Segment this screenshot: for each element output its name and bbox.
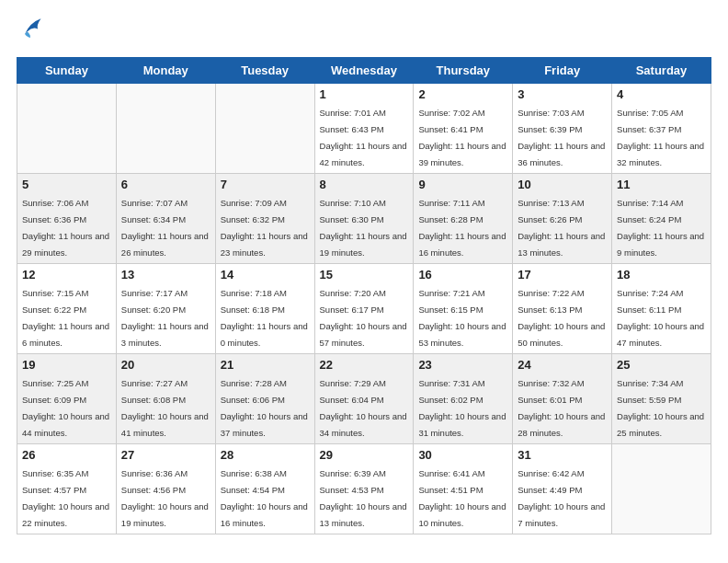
col-sunday: Sunday (17, 58, 117, 84)
day-number: 17 (518, 268, 607, 282)
day-number: 25 (617, 358, 706, 372)
day-info: Sunrise: 7:27 AMSunset: 6:08 PMDaylight:… (121, 378, 209, 438)
day-number: 7 (221, 178, 310, 191)
table-row: 16 Sunrise: 7:21 AMSunset: 6:15 PMDaylig… (414, 264, 513, 354)
table-row: 28 Sunrise: 6:38 AMSunset: 4:54 PMDaylig… (215, 444, 314, 534)
table-row: 13 Sunrise: 7:17 AMSunset: 6:20 PMDaylig… (116, 264, 215, 354)
page: Sunday Monday Tuesday Wednesday Thursday… (0, 0, 728, 546)
day-info: Sunrise: 6:42 AMSunset: 4:49 PMDaylight:… (518, 468, 605, 528)
table-row: 30 Sunrise: 6:41 AMSunset: 4:51 PMDaylig… (414, 444, 513, 534)
day-info: Sunrise: 7:32 AMSunset: 6:01 PMDaylight:… (518, 378, 605, 438)
day-number: 3 (518, 87, 607, 101)
day-info: Sunrise: 7:25 AMSunset: 6:09 PMDaylight:… (22, 378, 109, 438)
table-row: 1 Sunrise: 7:01 AMSunset: 6:43 PMDayligh… (314, 84, 414, 174)
day-info: Sunrise: 7:20 AMSunset: 6:17 PMDaylight:… (320, 288, 407, 348)
table-row: 9 Sunrise: 7:11 AMSunset: 6:28 PMDayligh… (414, 174, 513, 264)
day-number: 22 (320, 358, 409, 372)
table-row: 12 Sunrise: 7:15 AMSunset: 6:22 PMDaylig… (17, 264, 117, 354)
day-info: Sunrise: 6:36 AMSunset: 4:56 PMDaylight:… (121, 468, 209, 528)
day-number: 18 (617, 268, 706, 282)
day-number: 1 (320, 87, 409, 101)
day-info: Sunrise: 7:28 AMSunset: 6:06 PMDaylight:… (221, 378, 308, 438)
day-info: Sunrise: 7:21 AMSunset: 6:15 PMDaylight:… (418, 288, 506, 348)
day-number: 24 (518, 358, 607, 372)
day-info: Sunrise: 7:03 AMSunset: 6:39 PMDaylight:… (518, 108, 605, 167)
col-wednesday: Wednesday (314, 58, 414, 84)
table-row (612, 444, 711, 534)
day-number: 4 (617, 87, 706, 101)
day-number: 31 (518, 448, 607, 462)
table-row: 4 Sunrise: 7:05 AMSunset: 6:37 PMDayligh… (612, 84, 711, 174)
table-row: 20 Sunrise: 7:27 AMSunset: 6:08 PMDaylig… (116, 354, 215, 444)
table-row: 5 Sunrise: 7:06 AMSunset: 6:36 PMDayligh… (17, 174, 117, 264)
day-info: Sunrise: 7:06 AMSunset: 6:36 PMDaylight:… (22, 198, 109, 258)
table-row: 26 Sunrise: 6:35 AMSunset: 4:57 PMDaylig… (17, 444, 117, 534)
col-tuesday: Tuesday (215, 58, 314, 84)
day-number: 8 (320, 178, 409, 191)
day-number: 10 (518, 178, 607, 191)
day-number: 9 (418, 178, 507, 191)
table-row: 23 Sunrise: 7:31 AMSunset: 6:02 PMDaylig… (414, 354, 513, 444)
day-number: 28 (221, 448, 310, 462)
table-row: 29 Sunrise: 6:39 AMSunset: 4:53 PMDaylig… (314, 444, 414, 534)
table-row: 18 Sunrise: 7:24 AMSunset: 6:11 PMDaylig… (612, 264, 711, 354)
calendar-table: Sunday Monday Tuesday Wednesday Thursday… (17, 57, 711, 534)
day-info: Sunrise: 7:18 AMSunset: 6:18 PMDaylight:… (221, 288, 308, 348)
day-number: 11 (617, 178, 706, 191)
day-info: Sunrise: 7:15 AMSunset: 6:22 PMDaylight:… (22, 288, 109, 348)
day-number: 12 (22, 268, 111, 282)
table-row: 14 Sunrise: 7:18 AMSunset: 6:18 PMDaylig… (215, 264, 314, 354)
table-row: 31 Sunrise: 6:42 AMSunset: 4:49 PMDaylig… (513, 444, 612, 534)
table-row: 6 Sunrise: 7:07 AMSunset: 6:34 PMDayligh… (116, 174, 215, 264)
table-row: 7 Sunrise: 7:09 AMSunset: 6:32 PMDayligh… (215, 174, 314, 264)
day-info: Sunrise: 6:41 AMSunset: 4:51 PMDaylight:… (418, 468, 506, 528)
table-row: 8 Sunrise: 7:10 AMSunset: 6:30 PMDayligh… (314, 174, 414, 264)
day-number: 19 (22, 358, 111, 372)
day-number: 16 (418, 268, 507, 282)
day-info: Sunrise: 7:34 AMSunset: 5:59 PMDaylight:… (617, 378, 704, 438)
table-row: 15 Sunrise: 7:20 AMSunset: 6:17 PMDaylig… (314, 264, 414, 354)
day-info: Sunrise: 7:13 AMSunset: 6:26 PMDaylight:… (518, 198, 605, 258)
day-number: 6 (121, 178, 210, 191)
day-info: Sunrise: 7:14 AMSunset: 6:24 PMDaylight:… (617, 198, 704, 258)
table-row: 25 Sunrise: 7:34 AMSunset: 5:59 PMDaylig… (612, 354, 711, 444)
calendar-week-row: 19 Sunrise: 7:25 AMSunset: 6:09 PMDaylig… (17, 354, 711, 444)
day-info: Sunrise: 7:10 AMSunset: 6:30 PMDaylight:… (320, 198, 407, 258)
day-info: Sunrise: 6:38 AMSunset: 4:54 PMDaylight:… (221, 468, 308, 528)
day-number: 26 (22, 448, 111, 462)
table-row: 11 Sunrise: 7:14 AMSunset: 6:24 PMDaylig… (612, 174, 711, 264)
day-info: Sunrise: 7:22 AMSunset: 6:13 PMDaylight:… (518, 288, 605, 348)
day-number: 14 (221, 268, 310, 282)
table-row: 24 Sunrise: 7:32 AMSunset: 6:01 PMDaylig… (513, 354, 612, 444)
header (17, 17, 711, 44)
day-info: Sunrise: 7:07 AMSunset: 6:34 PMDaylight:… (121, 198, 209, 258)
table-row: 27 Sunrise: 6:36 AMSunset: 4:56 PMDaylig… (116, 444, 215, 534)
day-info: Sunrise: 7:24 AMSunset: 6:11 PMDaylight:… (617, 288, 704, 348)
day-info: Sunrise: 7:02 AMSunset: 6:41 PMDaylight:… (418, 108, 506, 167)
day-info: Sunrise: 7:29 AMSunset: 6:04 PMDaylight:… (320, 378, 407, 438)
table-row: 19 Sunrise: 7:25 AMSunset: 6:09 PMDaylig… (17, 354, 117, 444)
table-row: 21 Sunrise: 7:28 AMSunset: 6:06 PMDaylig… (215, 354, 314, 444)
logo (17, 17, 44, 44)
col-saturday: Saturday (612, 58, 711, 84)
day-info: Sunrise: 7:05 AMSunset: 6:37 PMDaylight:… (617, 108, 704, 167)
logo-bird-icon (18, 15, 44, 40)
col-friday: Friday (513, 58, 612, 84)
day-number: 20 (121, 358, 210, 372)
day-number: 5 (22, 178, 111, 191)
day-info: Sunrise: 7:11 AMSunset: 6:28 PMDaylight:… (418, 198, 506, 258)
day-info: Sunrise: 7:17 AMSunset: 6:20 PMDaylight:… (121, 288, 209, 348)
day-number: 23 (418, 358, 507, 372)
day-info: Sunrise: 6:39 AMSunset: 4:53 PMDaylight:… (320, 468, 407, 528)
calendar-week-row: 26 Sunrise: 6:35 AMSunset: 4:57 PMDaylig… (17, 444, 711, 534)
day-number: 30 (418, 448, 507, 462)
day-number: 27 (121, 448, 210, 462)
calendar-header-row: Sunday Monday Tuesday Wednesday Thursday… (17, 58, 711, 84)
col-thursday: Thursday (414, 58, 513, 84)
table-row: 22 Sunrise: 7:29 AMSunset: 6:04 PMDaylig… (314, 354, 414, 444)
calendar-week-row: 5 Sunrise: 7:06 AMSunset: 6:36 PMDayligh… (17, 174, 711, 264)
day-number: 15 (320, 268, 409, 282)
col-monday: Monday (116, 58, 215, 84)
day-info: Sunrise: 7:31 AMSunset: 6:02 PMDaylight:… (418, 378, 506, 438)
day-info: Sunrise: 7:09 AMSunset: 6:32 PMDaylight:… (221, 198, 308, 258)
